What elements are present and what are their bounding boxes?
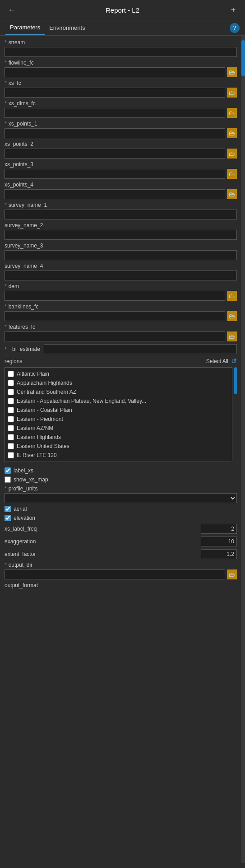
output-dir-folder-icon[interactable]: 🗁 bbox=[227, 569, 237, 579]
xs-dims-fc-input[interactable] bbox=[5, 108, 225, 118]
dem-input[interactable] bbox=[5, 291, 225, 301]
features-fc-folder-icon[interactable]: 🗁 bbox=[227, 331, 237, 341]
aerial-checkbox[interactable] bbox=[5, 506, 11, 512]
xs-fc-folder-icon[interactable]: 🗁 bbox=[227, 88, 237, 98]
features-fc-label: * features_fc bbox=[5, 324, 237, 330]
param-features-fc: * features_fc 🗁 bbox=[5, 324, 237, 341]
region-checkbox-9[interactable] bbox=[8, 452, 14, 458]
required-star: * bbox=[5, 485, 7, 492]
label-xs-checkbox[interactable] bbox=[5, 467, 11, 474]
scrollbar-track[interactable] bbox=[241, 36, 245, 863]
required-star: * bbox=[5, 324, 7, 330]
survey-name-1-input-row bbox=[5, 210, 237, 219]
extent-factor-input[interactable] bbox=[201, 549, 237, 559]
survey-name-4-label: survey_name_4 bbox=[5, 263, 237, 269]
tab-parameters[interactable]: Parameters bbox=[5, 20, 45, 35]
tab-environments[interactable]: Environments bbox=[45, 21, 89, 35]
flowline-fc-folder-icon[interactable]: 🗁 bbox=[227, 67, 237, 77]
add-button[interactable]: + bbox=[227, 4, 240, 16]
xs-points-2-folder-icon[interactable]: 🗁 bbox=[227, 149, 237, 159]
dem-input-row: 🗁 bbox=[5, 291, 237, 301]
bf-estimate-input[interactable] bbox=[44, 344, 237, 354]
survey-name-2-input[interactable] bbox=[5, 230, 237, 240]
show-xs-map-checkbox[interactable] bbox=[5, 476, 11, 483]
xs-fc-input[interactable] bbox=[5, 88, 225, 98]
list-item: Appalachain Highlands bbox=[8, 378, 229, 387]
required-star: * bbox=[5, 121, 7, 127]
select-all-button[interactable]: Select All bbox=[206, 358, 228, 364]
xs-points-3-input-row: 🗁 bbox=[5, 169, 237, 179]
param-survey-name-4: survey_name_4 bbox=[5, 263, 237, 280]
dem-folder-icon[interactable]: 🗁 bbox=[227, 291, 237, 301]
region-checkbox-0[interactable] bbox=[8, 371, 14, 377]
survey-name-3-label: survey_name_3 bbox=[5, 243, 237, 249]
back-button[interactable]: ← bbox=[5, 4, 18, 16]
region-label-0: Altlantic Plain bbox=[17, 371, 49, 377]
param-survey-name-2: survey_name_2 bbox=[5, 222, 237, 240]
region-checkbox-3[interactable] bbox=[8, 398, 14, 404]
profile-units-label: * profile_units bbox=[5, 485, 237, 492]
param-xs-fc: * xs_fc 🗁 bbox=[5, 80, 237, 98]
main-content: * stream * flowline_fc 🗁 * xs_fc bbox=[0, 36, 245, 863]
survey-name-2-label: survey_name_2 bbox=[5, 222, 237, 229]
xs-fc-label: * xs_fc bbox=[5, 80, 237, 86]
xs-fc-input-row: 🗁 bbox=[5, 88, 237, 98]
profile-units-input-row bbox=[5, 493, 237, 503]
show-xs-map-label: show_xs_map bbox=[14, 476, 48, 483]
list-item: Eastern AZ/NM bbox=[8, 424, 229, 433]
region-checkbox-5[interactable] bbox=[8, 416, 14, 422]
show-xs-map-checkbox-row: show_xs_map bbox=[5, 476, 237, 483]
xs-points-3-folder-icon[interactable]: 🗁 bbox=[227, 169, 237, 179]
survey-name-1-label: * survey_name_1 bbox=[5, 202, 237, 208]
xs-points-4-folder-icon[interactable]: 🗁 bbox=[227, 189, 237, 199]
profile-units-select[interactable] bbox=[5, 493, 237, 503]
list-item: Central and Southern AZ bbox=[8, 387, 229, 397]
label-xs-checkbox-row: label_xs bbox=[5, 467, 237, 474]
aerial-checkbox-row: aerial bbox=[5, 506, 237, 512]
survey-name-4-input[interactable] bbox=[5, 271, 237, 280]
scrollbar-thumb[interactable] bbox=[241, 40, 245, 76]
xs-dims-fc-folder-icon[interactable]: 🗁 bbox=[227, 108, 237, 118]
output-dir-input[interactable] bbox=[5, 569, 225, 579]
region-label-9: IL River LTE 120 bbox=[17, 452, 57, 458]
help-icon[interactable]: ? bbox=[230, 23, 240, 33]
xs-points-2-input[interactable] bbox=[5, 149, 225, 159]
param-xs-points-2: xs_points_2 🗁 bbox=[5, 141, 237, 159]
xs-label-freq-input[interactable] bbox=[201, 524, 237, 534]
list-item: Eastern - Coastal Plain bbox=[8, 406, 229, 415]
region-checkbox-4[interactable] bbox=[8, 407, 14, 413]
banklines-fc-input[interactable] bbox=[5, 311, 225, 321]
xs-points-4-input-row: 🗁 bbox=[5, 189, 237, 199]
survey-name-1-input[interactable] bbox=[5, 210, 237, 219]
region-checkbox-7[interactable] bbox=[8, 434, 14, 440]
features-fc-input[interactable] bbox=[5, 331, 225, 341]
xs-dims-fc-label: * xs_dims_fc bbox=[5, 100, 237, 107]
flowline-fc-input[interactable] bbox=[5, 67, 225, 77]
xs-points-1-folder-icon[interactable]: 🗁 bbox=[227, 128, 237, 138]
list-item: IL River LTE 120 bbox=[8, 451, 229, 460]
xs-points-1-input[interactable] bbox=[5, 128, 225, 138]
param-survey-name-1: * survey_name_1 bbox=[5, 202, 237, 219]
flowline-fc-label: * flowline_fc bbox=[5, 60, 237, 66]
param-xs-points-4: xs_points_4 🗁 bbox=[5, 182, 237, 199]
region-checkbox-1[interactable] bbox=[8, 380, 14, 386]
list-item: Eastern Highlands bbox=[8, 433, 229, 442]
survey-name-3-input[interactable] bbox=[5, 250, 237, 260]
banklines-fc-folder-icon[interactable]: 🗁 bbox=[227, 311, 237, 321]
region-label-5: Eastern - Piedmont bbox=[17, 416, 63, 422]
region-checkbox-6[interactable] bbox=[8, 425, 14, 431]
xs-points-3-input[interactable] bbox=[5, 169, 225, 179]
stream-input[interactable] bbox=[5, 47, 237, 57]
exaggeration-input[interactable] bbox=[201, 537, 237, 546]
required-star: * bbox=[5, 346, 7, 353]
xs-points-2-label: xs_points_2 bbox=[5, 141, 237, 147]
region-label-4: Eastern - Coastal Plain bbox=[17, 407, 72, 413]
refresh-icon[interactable]: ↺ bbox=[231, 357, 237, 365]
xs-points-4-input[interactable] bbox=[5, 189, 225, 199]
survey-name-2-input-row bbox=[5, 230, 237, 240]
region-checkbox-8[interactable] bbox=[8, 443, 14, 449]
param-xs-points-3: xs_points_3 🗁 bbox=[5, 161, 237, 179]
region-checkbox-2[interactable] bbox=[8, 389, 14, 395]
elevation-checkbox[interactable] bbox=[5, 515, 11, 521]
param-profile-units: * profile_units bbox=[5, 485, 237, 503]
